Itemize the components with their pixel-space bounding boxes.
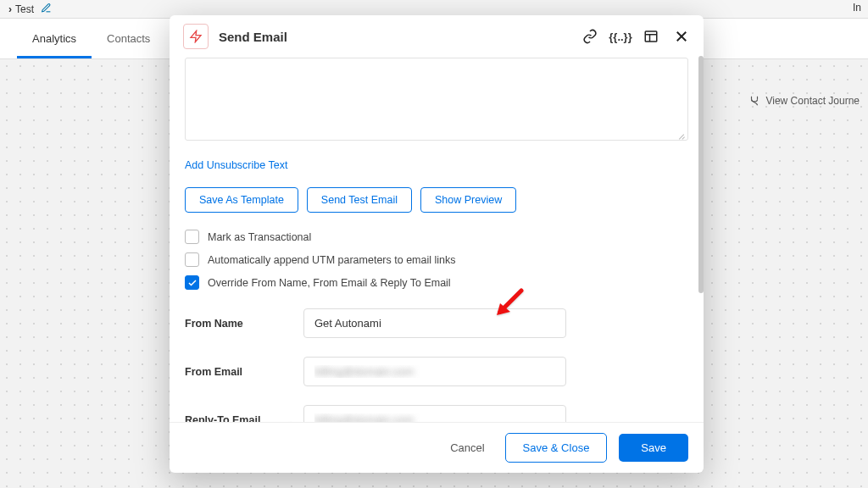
save-button[interactable]: Save	[619, 434, 688, 462]
send-email-modal: Send Email {{..}} Add Unsubscribe Text S…	[170, 15, 704, 473]
mark-transactional-checkbox[interactable]	[185, 230, 199, 244]
save-as-template-button[interactable]: Save As Template	[185, 187, 298, 213]
override-from-checkbox[interactable]	[185, 275, 199, 290]
send-test-email-button[interactable]: Send Test Email	[307, 187, 412, 213]
modal-title: Send Email	[219, 30, 571, 44]
utm-params-label: Automatically append UTM parameters to e…	[208, 254, 455, 266]
close-icon[interactable]	[673, 28, 690, 45]
utm-params-checkbox[interactable]	[185, 252, 199, 267]
add-unsubscribe-link[interactable]: Add Unsubscribe Text	[185, 159, 287, 171]
template-icon[interactable]	[643, 28, 659, 45]
svg-marker-0	[191, 30, 201, 42]
lightning-icon	[183, 24, 209, 49]
email-body-textarea[interactable]	[185, 58, 688, 141]
from-email-input[interactable]	[303, 357, 566, 386]
svg-rect-1	[645, 31, 657, 42]
top-right-label: In	[853, 2, 861, 14]
link-icon[interactable]	[581, 28, 598, 45]
save-and-close-button[interactable]: Save & Close	[505, 433, 608, 463]
from-email-label: From Email	[185, 366, 287, 378]
show-preview-button[interactable]: Show Preview	[420, 187, 516, 213]
modal-header: Send Email {{..}}	[170, 15, 704, 58]
breadcrumb-title: Test	[15, 3, 34, 15]
reply-to-input[interactable]	[303, 405, 566, 422]
resize-handle-icon[interactable]	[676, 130, 685, 139]
view-contact-journey-button[interactable]: View Contact Journe	[748, 95, 860, 107]
chevron-right-icon: ›	[8, 3, 12, 15]
mark-transactional-label: Mark as Transactional	[208, 231, 311, 243]
tab-analytics[interactable]: Analytics	[17, 19, 92, 58]
tab-contacts[interactable]: Contacts	[92, 19, 165, 58]
modal-footer: Cancel Save & Close Save	[170, 422, 704, 473]
view-contact-journey-label: View Contact Journe	[765, 95, 860, 107]
edit-icon[interactable]	[41, 3, 52, 16]
cancel-button[interactable]: Cancel	[442, 435, 492, 461]
merge-tags-icon[interactable]: {{..}}	[612, 28, 629, 45]
reply-to-label: Reply-To Email	[185, 414, 287, 423]
modal-body: Add Unsubscribe Text Save As Template Se…	[170, 58, 704, 422]
from-name-input[interactable]	[303, 308, 566, 338]
from-name-label: From Name	[185, 318, 287, 330]
override-from-label: Override From Name, From Email & Reply T…	[208, 277, 451, 289]
